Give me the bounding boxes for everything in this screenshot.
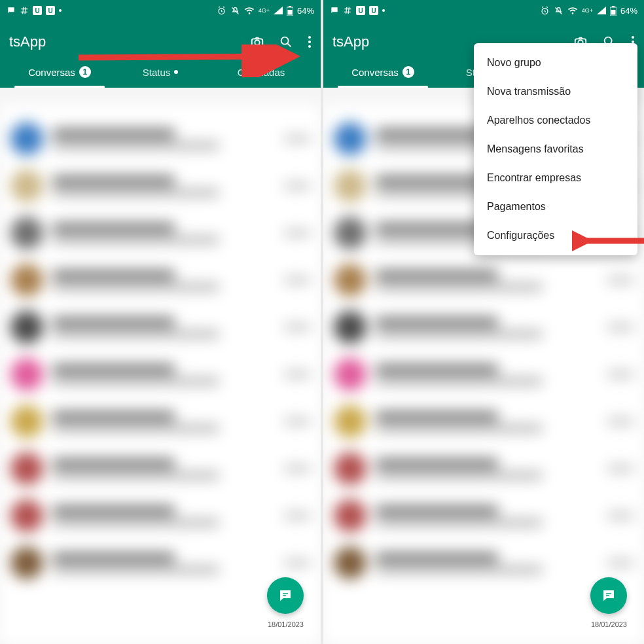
svg-point-11 (308, 36, 311, 39)
chat-text (376, 506, 598, 526)
chat-row[interactable] (10, 539, 310, 586)
alarm-icon (540, 6, 550, 16)
chat-meta (607, 371, 634, 378)
chat-row[interactable] (334, 351, 634, 398)
network-label: 4G+ (259, 7, 270, 14)
camera-icon[interactable] (250, 35, 264, 49)
tab-status[interactable]: Status (110, 56, 211, 88)
chat-meta (284, 418, 310, 425)
chat-text (52, 270, 275, 291)
chat-row[interactable] (10, 115, 310, 162)
svg-point-13 (308, 45, 311, 48)
chat-meta (284, 512, 310, 519)
status-right: 4G+ 64% (540, 6, 637, 16)
menu-item-nova-transmiss-o[interactable]: Nova transmissão (474, 77, 637, 106)
tab-label: Chamadas (238, 67, 285, 78)
battery-icon (610, 6, 617, 16)
statusbar: U U 4G+ 64% (323, 0, 644, 21)
new-chat-fab[interactable] (590, 577, 627, 614)
unread-badge: 1 (402, 66, 414, 78)
avatar (334, 499, 367, 532)
chat-text (52, 176, 275, 196)
chat-row[interactable] (10, 445, 310, 492)
chat-row[interactable] (10, 209, 310, 257)
avatar (334, 452, 367, 485)
chat-row[interactable] (10, 398, 310, 445)
chat-notif-icon (7, 6, 16, 15)
avatar (334, 358, 367, 391)
menu-item-configura-es[interactable]: Configurações (474, 221, 637, 250)
svg-text:U: U (35, 7, 39, 14)
menu-item-mensagens-favoritas[interactable]: Mensagens favoritas (474, 135, 637, 164)
chat-text (52, 223, 275, 243)
chat-meta (284, 230, 310, 236)
chat-text (52, 506, 275, 526)
avatar (10, 452, 43, 485)
chat-row[interactable] (10, 257, 310, 304)
avatar (334, 546, 367, 579)
menu-item-novo-grupo[interactable]: Novo grupo (474, 48, 637, 77)
chat-meta (284, 465, 310, 472)
chat-text (376, 365, 598, 385)
menu-item-pagamentos[interactable]: Pagamentos (474, 192, 637, 221)
chat-row[interactable] (10, 162, 310, 209)
menu-item-aparelhos-conectados[interactable]: Aparelhos conectados (474, 106, 637, 135)
overflow-dot-icon (382, 9, 385, 12)
avatar (10, 499, 43, 532)
tab-label: Conversas (28, 67, 75, 78)
battery-label: 64% (620, 6, 637, 16)
chat-row[interactable] (10, 492, 310, 539)
svg-point-9 (255, 40, 259, 45)
signal-icon (274, 7, 283, 14)
tabs: Conversas 1 Status Chamadas (9, 56, 312, 88)
hash-icon (20, 6, 29, 15)
battery-label: 64% (297, 6, 314, 16)
avatar (10, 122, 43, 155)
chat-text (52, 365, 275, 385)
u-square-icon: U (46, 6, 55, 15)
tab-conversas[interactable]: Conversas 1 (332, 56, 433, 88)
alarm-icon (217, 6, 226, 16)
chat-row[interactable] (334, 492, 634, 539)
tab-conversas[interactable]: Conversas 1 (9, 56, 110, 88)
avatar (10, 546, 43, 579)
avatar (10, 311, 43, 344)
chat-text (376, 270, 598, 291)
chat-text (52, 317, 275, 338)
new-chat-fab[interactable] (267, 577, 304, 614)
svg-point-12 (308, 41, 311, 43)
tab-chamadas[interactable]: Chamadas (211, 56, 312, 88)
chat-text (52, 129, 275, 149)
chat-row[interactable] (334, 398, 634, 445)
svg-text:U: U (48, 7, 52, 14)
status-dot-icon (174, 70, 178, 74)
chat-row[interactable] (10, 351, 310, 398)
svg-text:U: U (358, 7, 363, 14)
chat-row[interactable] (334, 445, 634, 492)
overflow-dot-icon (59, 9, 62, 12)
avatar (334, 264, 367, 296)
signal-icon (597, 7, 606, 14)
u-square-icon: U (356, 6, 365, 15)
chat-row[interactable] (10, 304, 310, 351)
wifi-icon (244, 7, 255, 15)
statusbar: U U 4G+ 64% (0, 0, 321, 21)
chat-text (52, 553, 275, 573)
chat-text (376, 317, 598, 338)
more-menu-icon[interactable] (308, 35, 312, 48)
svg-point-10 (281, 37, 289, 45)
u-square-icon: U (369, 6, 378, 15)
tab-label: Status (143, 67, 171, 78)
menu-item-encontrar-empresas[interactable]: Encontrar empresas (474, 164, 637, 192)
chat-row[interactable] (334, 257, 634, 304)
chat-meta (284, 135, 310, 142)
avatar (334, 217, 367, 249)
mute-icon (230, 6, 240, 16)
header: tsApp Conversas 1 Status Chamadas (0, 21, 321, 88)
chat-meta (284, 371, 310, 378)
search-icon[interactable] (279, 35, 293, 49)
chat-row[interactable] (334, 304, 634, 351)
chat-row[interactable] (334, 539, 634, 586)
status-right: 4G+ 64% (217, 6, 314, 16)
hash-icon (343, 6, 352, 15)
